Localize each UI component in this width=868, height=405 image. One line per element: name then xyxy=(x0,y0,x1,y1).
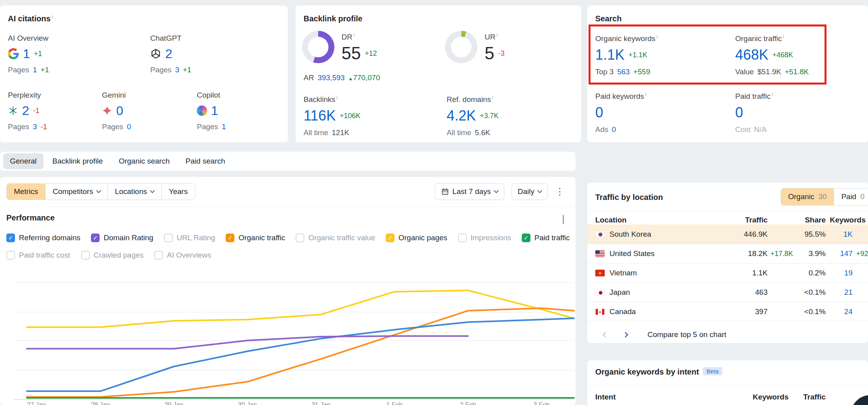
metric-toggle-referring-domains[interactable]: ✓Referring domains xyxy=(6,234,80,242)
info-icon[interactable]: i xyxy=(783,34,784,40)
beta-badge: Beta xyxy=(703,367,722,375)
metric-toggle-organic-traffic[interactable]: ✓Organic traffic xyxy=(226,234,285,242)
checkbox-checked-icon[interactable]: ✓ xyxy=(522,234,530,242)
date-range-dropdown[interactable]: Last 7 days xyxy=(435,183,504,200)
location-row-canada[interactable]: ✶Canada397<0.1%24 xyxy=(587,302,868,321)
metric-toggle-organic-pages[interactable]: ✓Organic pages xyxy=(386,234,447,242)
info-icon[interactable]: i xyxy=(492,95,493,100)
prev-page-button[interactable]: ‹ xyxy=(602,327,607,341)
backlinks-value[interactable]: 116K xyxy=(304,109,336,123)
organic-keywords-value[interactable]: 1.1K xyxy=(595,48,625,62)
checkbox-unchecked-icon[interactable] xyxy=(6,251,15,260)
stat-paid-traffic: Paid traffici 0 CostN/A xyxy=(735,92,773,134)
metric-toggle-paid-traffic[interactable]: ✓Paid traffic xyxy=(522,234,570,242)
years-button[interactable]: Years xyxy=(161,183,195,200)
tab-paid-search[interactable]: Paid search xyxy=(179,153,232,169)
metric-label: Referring domains xyxy=(19,234,80,242)
pages-count[interactable]: 3 xyxy=(175,66,179,74)
checkbox-checked-icon[interactable]: ✓ xyxy=(386,234,394,242)
checkbox-checked-icon[interactable]: ✓ xyxy=(6,234,15,242)
info-icon[interactable]: i xyxy=(657,34,658,40)
x-axis-tick-label: 3 Feb xyxy=(534,401,550,405)
locations-dropdown[interactable]: Locations xyxy=(108,183,162,200)
location-row-vietnam[interactable]: ★Vietnam1.1K0.2%19 xyxy=(587,263,868,283)
info-icon[interactable]: i xyxy=(772,92,773,97)
more-options-icon[interactable]: ⋮ xyxy=(555,187,564,196)
ref-domains-value[interactable]: 4.2K xyxy=(447,109,476,123)
checkbox-checked-icon[interactable]: ✓ xyxy=(91,234,100,242)
checkbox-unchecked-icon[interactable] xyxy=(81,251,90,260)
tab-backlink-profile[interactable]: Backlink profile xyxy=(46,153,110,169)
stat-ref-domains: Ref. domainsi 4.2K+3.7K All time5.6K xyxy=(447,95,499,137)
metric-toggle-impressions[interactable]: Impressions xyxy=(458,234,511,242)
traffic-by-location-title: Traffic by location xyxy=(595,193,663,202)
metric-toggle-paid-traffic-cost[interactable]: Paid traffic cost xyxy=(6,251,70,260)
traffic-value: 463 xyxy=(755,288,768,297)
metric-toggle-organic-traffic-value[interactable]: Organic traffic value xyxy=(296,234,375,242)
pages-count[interactable]: 1 xyxy=(33,66,37,74)
organic-traffic-value[interactable]: 468K xyxy=(735,48,768,62)
info-icon[interactable]: i xyxy=(496,32,498,38)
location-row-united-states[interactable]: United States18.2K+17.8K3.9%147+92 xyxy=(587,244,868,263)
ads-count[interactable]: 0 xyxy=(612,125,616,134)
keywords-count[interactable]: 19 xyxy=(844,269,853,277)
ar-row: AR 393,593 ▲770,070 xyxy=(304,73,380,82)
divider xyxy=(587,385,868,386)
info-icon[interactable]: i xyxy=(353,32,355,38)
metric-toggle-url-rating[interactable]: URL Rating xyxy=(164,234,215,242)
metric-toggle-ai-overviews[interactable]: AI Overviews xyxy=(154,251,211,260)
pages-count[interactable]: 0 xyxy=(127,122,131,131)
column-header-keywords: Keywords xyxy=(753,393,789,401)
keywords-count[interactable]: 24 xyxy=(844,307,853,316)
location-row-south-korea[interactable]: South Korea446.9K95.5%1K xyxy=(587,224,868,244)
checkbox-unchecked-icon[interactable] xyxy=(296,234,304,242)
search-title: Search xyxy=(595,14,622,23)
info-icon[interactable]: i xyxy=(52,14,53,20)
traffic-value: 397 xyxy=(755,307,768,316)
keywords-count[interactable]: 21 xyxy=(844,288,853,297)
metric-toggles-row-2: Paid traffic costCrawled pagesAI Overvie… xyxy=(6,251,211,260)
dr-value: 55 xyxy=(342,45,361,62)
tab-general[interactable]: General xyxy=(3,153,43,169)
info-icon[interactable]: i xyxy=(645,92,647,97)
pages-count[interactable]: 3 xyxy=(33,122,37,131)
metrics-button[interactable]: Metrics xyxy=(6,183,45,200)
location-name: South Korea xyxy=(609,230,651,239)
next-page-button[interactable]: › xyxy=(624,327,629,341)
granularity-dropdown[interactable]: Daily xyxy=(511,183,548,200)
paid-keywords-value[interactable]: 0 xyxy=(595,105,603,120)
ar-value[interactable]: 393,593 xyxy=(317,73,345,82)
copilot-count[interactable]: 1 xyxy=(211,104,218,117)
x-axis-tick-label: 28 Jan xyxy=(91,401,110,405)
metric-toggle-domain-rating[interactable]: ✓Domain Rating xyxy=(91,234,153,242)
chatgpt-count[interactable]: 2 xyxy=(165,47,172,60)
pages-count[interactable]: 1 xyxy=(222,122,226,131)
compare-top5-button[interactable]: Compare top 5 on chart xyxy=(647,330,726,339)
collapse-section-button[interactable] xyxy=(563,215,564,224)
info-icon[interactable]: i xyxy=(336,95,338,100)
metric-toggle-crawled-pages[interactable]: Crawled pages xyxy=(81,251,144,260)
perplexity-count[interactable]: 2 xyxy=(22,104,29,117)
top3-value[interactable]: 563 xyxy=(617,68,630,76)
tab-organic-search[interactable]: Organic search xyxy=(112,153,176,169)
keywords-count[interactable]: 1K xyxy=(843,230,853,239)
stat-paid-keywords: Paid keywordsi 0 Ads0 xyxy=(595,92,646,134)
x-axis-tick-label: 29 Jan xyxy=(164,401,183,405)
checkbox-checked-icon[interactable]: ✓ xyxy=(226,234,234,242)
paid-traffic-value[interactable]: 0 xyxy=(735,105,743,120)
keywords-count[interactable]: 147 xyxy=(840,249,853,258)
competitors-dropdown[interactable]: Competitors xyxy=(45,183,108,200)
location-row-japan[interactable]: Japan463<0.1%21 xyxy=(587,283,868,302)
toggle-organic[interactable]: Organic30 xyxy=(781,188,834,205)
ai-citations-title: AI citationsi xyxy=(8,14,53,23)
checkbox-unchecked-icon[interactable] xyxy=(458,234,467,242)
gemini-icon xyxy=(102,105,112,116)
x-axis-tick-label: 30 Jan xyxy=(238,401,257,405)
checkbox-unchecked-icon[interactable] xyxy=(164,234,173,242)
ai-overview-count[interactable]: 1 xyxy=(23,47,30,60)
toggle-paid[interactable]: Paid0 xyxy=(834,188,868,205)
checkbox-unchecked-icon[interactable] xyxy=(154,251,163,260)
metric-label: Paid traffic xyxy=(534,234,570,242)
gemini-count[interactable]: 0 xyxy=(116,104,123,117)
location-name: Canada xyxy=(609,307,636,316)
